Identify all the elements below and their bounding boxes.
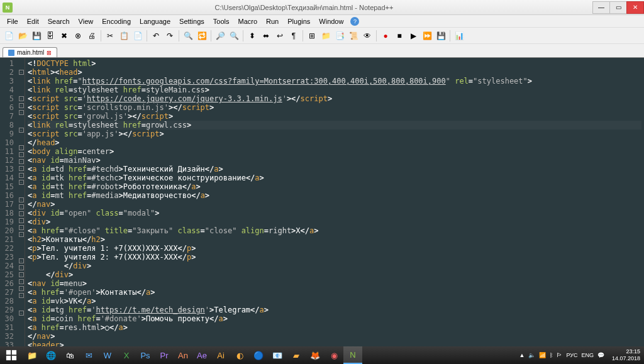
fold-marker[interactable]: - — [19, 128, 24, 133]
fold-marker[interactable]: - — [19, 96, 24, 101]
tray-flag-icon[interactable]: 🏳 — [557, 352, 562, 358]
task-firefox-icon[interactable]: 🦊 — [306, 346, 325, 364]
editor[interactable]: 1234567891011121314151617181920212223242… — [0, 58, 644, 351]
menu-view[interactable]: View — [74, 16, 98, 26]
code-line[interactable]: <script src='growl.js'></script> — [28, 112, 641, 121]
code-line[interactable]: <body align=center> — [28, 147, 641, 156]
code-line[interactable]: <div> — [28, 218, 641, 226]
fold-marker[interactable]: - — [19, 225, 24, 230]
fold-marker[interactable]: - — [19, 166, 24, 171]
menu-search[interactable]: Search — [43, 16, 74, 26]
code-line[interactable]: <p>Тел. учителя 1: +7(XXX)XXX-XXX</p> — [28, 244, 641, 253]
code-line[interactable]: <link rel=stylesheet href=styleMain.css> — [28, 85, 641, 94]
replace-icon[interactable]: 🔁 — [196, 30, 208, 42]
fold-marker[interactable]: - — [19, 152, 24, 157]
fold-marker[interactable]: - — [19, 279, 24, 284]
tray-lang[interactable]: ENG — [581, 352, 594, 358]
fold-marker[interactable]: - — [19, 110, 24, 115]
menu-language[interactable]: Language — [135, 16, 175, 26]
code-line[interactable]: <div id="open" class="modal"> — [28, 209, 641, 218]
redo-icon[interactable]: ↷ — [164, 30, 176, 42]
sync-h-icon[interactable]: ⬌ — [260, 30, 272, 42]
close-button[interactable]: ✕ — [626, 1, 644, 14]
find-icon[interactable]: 🔍 — [182, 30, 194, 42]
code-line[interactable]: <a href=res.html>○</a> — [28, 323, 641, 332]
menu-file[interactable]: File — [3, 16, 23, 26]
indent-guide-icon[interactable]: ⊞ — [306, 30, 318, 42]
task-explorer-icon[interactable]: 📁 — [23, 346, 42, 364]
code-line[interactable]: <link rel=stylesheet href=growl.css> — [28, 121, 641, 130]
code-line[interactable]: </nav> — [28, 200, 641, 209]
task-word-icon[interactable]: W — [98, 346, 117, 364]
task-animate-icon[interactable]: An — [174, 346, 192, 364]
copy-icon[interactable]: 📋 — [118, 30, 130, 42]
fold-marker[interactable]: - — [19, 197, 24, 202]
task-aftereffects-icon[interactable]: Ae — [192, 346, 211, 364]
fold-marker[interactable]: - — [19, 70, 24, 75]
play-multi-icon[interactable]: ⏩ — [421, 30, 433, 42]
fold-marker[interactable]: - — [19, 265, 24, 270]
cut-icon[interactable]: ✂ — [104, 30, 116, 42]
print-icon[interactable]: 🖨 — [86, 30, 98, 42]
task-outlook-icon[interactable]: ✉ — [79, 346, 98, 364]
tray-action-icon[interactable]: 💬 — [597, 352, 604, 358]
menu-?[interactable]: ? — [350, 17, 359, 26]
menu-run[interactable]: Run — [262, 16, 283, 26]
code-line[interactable]: <link href="https://fonts.googleapis.com… — [28, 77, 641, 85]
code-line[interactable]: <a id=td href=#techd>Технический Дизайн<… — [28, 165, 641, 174]
tray-clock[interactable]: 23:15 14.07.2018 — [608, 348, 644, 362]
file-tab[interactable]: main.html ⊠ — [3, 47, 57, 57]
start-button[interactable] — [0, 346, 23, 364]
task-blender-icon[interactable]: ◐ — [230, 346, 249, 364]
menu-macro[interactable]: Macro — [233, 16, 262, 26]
code-area[interactable]: <!DOCTYPE html><html><head><link href="h… — [25, 58, 644, 351]
fold-marker[interactable]: - — [19, 159, 24, 164]
stop-macro-icon[interactable]: ■ — [393, 30, 406, 42]
save-icon[interactable]: 💾 — [30, 30, 43, 42]
fold-marker[interactable]: - — [19, 286, 24, 291]
code-line[interactable]: </div> — [28, 270, 641, 279]
zoom-out-icon[interactable]: 🔍 — [228, 30, 240, 42]
code-line[interactable]: <a id=tt href=#robot>Робототехника</a> — [28, 182, 641, 191]
code-line[interactable]: <script src='scrollstop.min.js'></script… — [28, 103, 641, 112]
tray-network-icon[interactable]: 🔈 — [528, 352, 535, 358]
code-line[interactable]: <nav id=mainNav> — [28, 156, 641, 165]
code-line[interactable]: <p>Тел. учителя 2: +7(XXX)XXX-XXX</p> — [28, 253, 641, 262]
fold-gutter[interactable]: ------------------------ — [18, 58, 25, 351]
fold-marker[interactable]: - — [19, 103, 24, 108]
tray-bluetooth-icon[interactable]: ᛒ — [550, 352, 553, 358]
task-chrome-icon[interactable]: 🔵 — [249, 346, 268, 364]
fold-marker[interactable]: - — [19, 145, 24, 150]
fold-marker[interactable]: - — [19, 232, 24, 237]
sync-v-icon[interactable]: ⬍ — [246, 30, 258, 42]
zoom-in-icon[interactable]: 🔎 — [214, 30, 226, 42]
task-gmail-icon[interactable]: 📧 — [268, 346, 287, 364]
menu-tools[interactable]: Tools — [209, 16, 234, 26]
code-line[interactable]: <a id=vk>VK</a> — [28, 297, 641, 306]
code-line[interactable]: <nav id=menu> — [28, 279, 641, 288]
close-all-icon[interactable]: ⊗ — [72, 30, 84, 42]
menu-edit[interactable]: Edit — [23, 16, 43, 26]
fold-marker[interactable]: - — [19, 311, 24, 316]
code-line[interactable]: </div> — [28, 262, 641, 270]
open-file-icon[interactable]: 📂 — [16, 30, 29, 42]
fold-marker[interactable]: - — [19, 204, 24, 209]
code-line[interactable]: <a href="#close" title="Закрыть" class="… — [28, 226, 641, 235]
code-line[interactable]: <script src='app.js'></script> — [28, 130, 641, 138]
fold-marker[interactable]: - — [19, 272, 24, 277]
task-notepadpp-icon[interactable]: N — [343, 346, 362, 364]
task-store-icon[interactable]: 🛍 — [60, 346, 79, 364]
maximize-button[interactable]: ▭ — [609, 1, 627, 14]
code-line[interactable]: <a href='#open'>Контакты</a> — [28, 288, 641, 297]
fold-marker[interactable]: - — [19, 180, 24, 185]
tray-wifi-icon[interactable]: 📶 — [539, 352, 546, 358]
paste-icon[interactable]: 📄 — [131, 30, 144, 42]
tray-kbd-layout[interactable]: РУС — [566, 352, 577, 358]
code-line[interactable]: <!DOCTYPE html> — [28, 59, 641, 68]
tab-close-icon[interactable]: ⊠ — [47, 50, 52, 56]
code-line[interactable]: <a id=tk href=#techc>Техническое констру… — [28, 174, 641, 182]
fold-marker[interactable]: - — [19, 293, 24, 298]
task-photoshop-icon[interactable]: Ps — [136, 346, 155, 364]
func-list-icon[interactable]: 📜 — [347, 30, 360, 42]
play-macro-icon[interactable]: ▶ — [407, 30, 419, 42]
